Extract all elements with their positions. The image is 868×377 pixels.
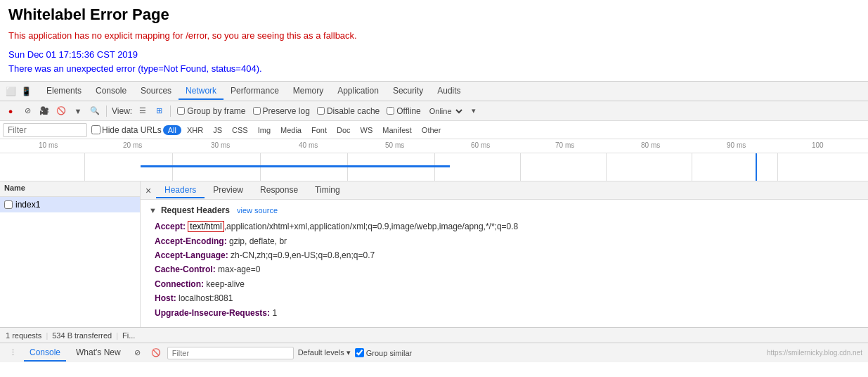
group-by-frame-input[interactable] (177, 107, 185, 115)
filter-other-btn[interactable]: Other (417, 125, 446, 135)
tick-60ms: 60 ms (471, 141, 490, 149)
disable-cache-input[interactable] (317, 107, 325, 115)
file-name-index1: index1 (15, 200, 40, 210)
cache-control-value: max-age=0 (218, 264, 260, 274)
filter-manifest-btn[interactable]: Manifest (378, 125, 416, 135)
filter-doc-btn[interactable]: Doc (332, 125, 355, 135)
filter-button[interactable]: ▼ (70, 103, 86, 119)
filter-xhr-btn[interactable]: XHR (183, 125, 207, 135)
bottom-filter-input[interactable] (167, 347, 294, 359)
bottom-stop-icon[interactable]: ⊘ (131, 346, 145, 360)
file-item-index1[interactable]: index1 (0, 197, 140, 212)
cursor-icon[interactable]: ⬜ (3, 84, 18, 99)
large-view-icon[interactable]: ⊞ (151, 103, 167, 119)
details-content: ▼ Request Headers view source Accept: te… (141, 200, 868, 327)
connection-name: Connection: (155, 279, 206, 289)
camera-button[interactable]: 🎥 (37, 103, 52, 119)
tick-line-7 (606, 153, 607, 181)
view-label: View: (112, 106, 132, 116)
bottom-menu-icon[interactable]: ⋮ (6, 346, 20, 360)
timeline-ruler: 10 ms 20 ms 30 ms 40 ms 50 ms 60 ms 70 m… (0, 139, 868, 153)
files-header: Name (0, 181, 140, 197)
accept-highlighted-value: text/html (188, 221, 224, 232)
status-bar: 1 requests | 534 B transferred | Fi... (0, 327, 868, 343)
status-sep2: | (116, 331, 118, 340)
filter-js-btn[interactable]: JS (209, 125, 226, 135)
filter-css-btn[interactable]: CSS (228, 125, 252, 135)
tick-line-1 (84, 153, 85, 181)
hide-data-urls-input[interactable] (91, 125, 101, 134)
filter-ws-btn[interactable]: WS (356, 125, 377, 135)
throttling-arrow[interactable]: ▾ (466, 103, 481, 119)
name-header: Name (0, 181, 140, 196)
group-similar-input[interactable] (355, 348, 364, 357)
host-name: Host: (155, 293, 179, 303)
page-meta-line1: Sun Dec 01 17:15:36 CST 2019 (8, 48, 860, 62)
bottom-tab-console[interactable]: Console (24, 345, 66, 362)
bottom-bar: ⋮ Console What's New ⊘ 🚫 Default levels … (0, 343, 868, 362)
view-source-link[interactable]: view source (237, 206, 278, 215)
timeline-blue-line (756, 153, 757, 181)
tick-90ms: 90 ms (727, 141, 746, 149)
bottom-url: https://smilernicky.blog.cdn.net (767, 349, 862, 357)
filter-img-btn[interactable]: Img (254, 125, 275, 135)
upgrade-value: 1 (272, 308, 277, 318)
details-tab-response[interactable]: Response (252, 183, 306, 198)
tick-50ms: 50 ms (385, 141, 404, 149)
tab-security[interactable]: Security (386, 83, 430, 100)
cache-control-name: Cache-Control: (155, 264, 218, 274)
details-tab-headers[interactable]: Headers (156, 183, 205, 198)
device-icon[interactable]: 📱 (18, 84, 34, 99)
request-headers-label: Request Headers (161, 205, 230, 215)
stop-button[interactable]: ⊘ (20, 103, 35, 119)
record-button[interactable]: ● (3, 103, 18, 119)
tab-performance[interactable]: Performance (224, 83, 286, 100)
tab-network[interactable]: Network (179, 83, 224, 100)
offline-checkbox[interactable]: Offline (387, 106, 420, 116)
bottom-clear-icon[interactable]: 🚫 (149, 346, 163, 360)
offline-input[interactable] (387, 107, 394, 115)
timeline-blue-bar (141, 165, 450, 167)
search-button[interactable]: 🔍 (87, 103, 103, 119)
header-row-cache-control: Cache-Control: max-age=0 (149, 262, 860, 276)
tab-memory[interactable]: Memory (286, 83, 330, 100)
clear-button[interactable]: 🚫 (53, 103, 69, 119)
connection-value: keep-alive (206, 279, 245, 289)
tick-line-6 (520, 153, 521, 181)
accept-encoding-value: gzip, deflate, br (229, 236, 287, 246)
filter-font-btn[interactable]: Font (307, 125, 331, 135)
header-row-accept-language: Accept-Language: zh-CN,zh;q=0.9,en-US;q=… (149, 248, 860, 262)
tab-sources[interactable]: Sources (134, 83, 179, 100)
preserve-log-checkbox[interactable]: Preserve log (253, 106, 310, 116)
file-checkbox-index1[interactable] (4, 200, 13, 209)
details-close-button[interactable]: × (141, 183, 156, 198)
tick-line-8 (692, 153, 692, 181)
hide-data-urls-checkbox[interactable]: Hide data URLs (91, 125, 162, 135)
disable-cache-checkbox[interactable]: Disable cache (317, 106, 380, 116)
tab-elements[interactable]: Elements (39, 83, 89, 100)
filter-input[interactable] (3, 123, 87, 137)
preserve-log-input[interactable] (253, 107, 261, 115)
tick-line-5 (434, 153, 435, 181)
filter-media-btn[interactable]: Media (276, 125, 306, 135)
filter-all-btn[interactable]: All (163, 125, 181, 135)
tab-console[interactable]: Console (89, 83, 134, 100)
group-by-frame-checkbox[interactable]: Group by frame (177, 106, 245, 116)
default-levels-btn[interactable]: Default levels ▾ (298, 348, 351, 357)
page-content: Whitelabel Error Page This application h… (0, 0, 868, 81)
tab-application[interactable]: Application (330, 83, 386, 100)
host-value: localhost:8081 (179, 293, 233, 303)
network-toolbar: ● ⊘ 🎥 🚫 ▼ 🔍 View: ☰ ⊞ Group by frame Pre… (0, 101, 868, 121)
view-icons: ☰ ⊞ (135, 103, 167, 119)
group-similar-checkbox[interactable]: Group similar (355, 348, 412, 357)
throttling-select[interactable]: Online (425, 106, 465, 116)
accept-rest-value: ,application/xhtml+xml,application/xml;q… (224, 222, 519, 231)
tab-audits[interactable]: Audits (430, 83, 467, 100)
accept-language-value: zh-CN,zh;q=0.9,en-US;q=0.8,en;q=0.7 (231, 250, 375, 260)
bottom-tab-whats-new[interactable]: What's New (70, 345, 127, 362)
tick-40ms: 40 ms (299, 141, 318, 149)
list-view-icon[interactable]: ☰ (135, 103, 150, 119)
devtools-panel: ⬜ 📱 Elements Console Sources Network Per… (0, 81, 868, 362)
details-tab-timing[interactable]: Timing (306, 183, 349, 198)
details-tab-preview[interactable]: Preview (205, 183, 252, 198)
